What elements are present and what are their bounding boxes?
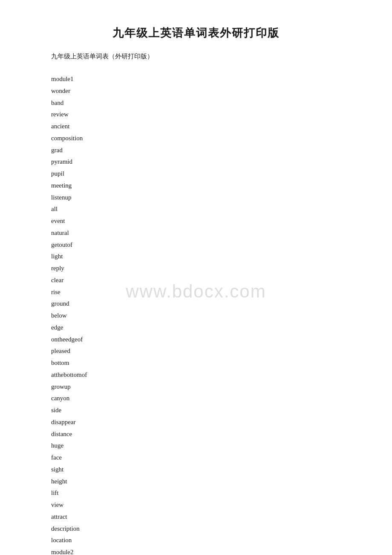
list-item: module1 [51, 73, 341, 85]
list-item: review [51, 109, 341, 121]
list-item: bottom [51, 357, 341, 369]
list-item: getoutof [51, 239, 341, 251]
list-item: composition [51, 133, 341, 145]
list-item: ancient [51, 121, 341, 133]
page-title: 九年级上英语单词表外研打印版 [51, 26, 341, 40]
list-item: lift [51, 487, 341, 499]
list-item: side [51, 405, 341, 416]
list-item: event [51, 215, 341, 227]
list-item: meeting [51, 180, 341, 192]
list-item: wonder [51, 85, 341, 97]
list-item: band [51, 97, 341, 109]
list-item: disappear [51, 416, 341, 428]
subtitle: 九年级上英语单词表（外研打印版） [51, 52, 341, 61]
page: 九年级上英语单词表外研打印版 九年级上英语单词表（外研打印版） www.bdoc… [0, 0, 392, 555]
list-item: canyon [51, 393, 341, 405]
list-item: growup [51, 381, 341, 393]
list-item: view [51, 499, 341, 511]
list-item: edge [51, 322, 341, 334]
list-item: natural [51, 227, 341, 239]
list-item: location [51, 535, 341, 546]
list-item: attract [51, 511, 341, 523]
word-list: module1wonderbandreviewancientcompositio… [51, 73, 341, 555]
list-item: all [51, 203, 341, 215]
list-item: ground [51, 298, 341, 310]
list-item: light [51, 251, 341, 263]
list-item: clear [51, 275, 341, 286]
list-item: pleased [51, 345, 341, 357]
list-item: rise [51, 286, 341, 298]
list-item: distance [51, 428, 341, 440]
list-item: sight [51, 464, 341, 476]
list-item: atthebottomof [51, 369, 341, 381]
list-item: description [51, 523, 341, 535]
list-item: grad [51, 145, 341, 156]
list-item: ontheedgeof [51, 334, 341, 346]
list-item: face [51, 452, 341, 464]
list-item: listenup [51, 192, 341, 204]
list-item: reply [51, 263, 341, 275]
list-item: below [51, 310, 341, 322]
list-item: pyramid [51, 156, 341, 168]
list-item: height [51, 476, 341, 488]
list-item: pupil [51, 168, 341, 180]
list-item: module2 [51, 546, 341, 555]
list-item: huge [51, 440, 341, 452]
